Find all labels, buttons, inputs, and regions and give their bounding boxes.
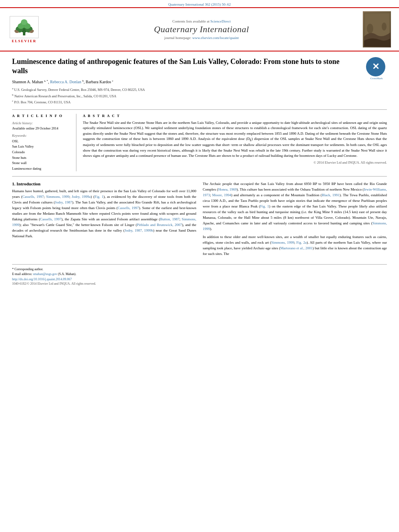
cover-image: [364, 12, 390, 47]
intro-para-3: In addition to these older and more well…: [203, 234, 387, 257]
keywords-section: Keywords: OSL San Luis Valley Colorado S…: [12, 134, 71, 172]
abstract-heading: A B S T R A C T: [83, 114, 387, 118]
sciencedirect-prefix: Contents lists available at: [173, 19, 210, 23]
svg-point-14: [367, 24, 373, 33]
corresponding-author-text: * Corresponding author.: [12, 267, 43, 271]
ref-fig1-right[interactable]: Fig. 1: [260, 204, 269, 208]
doi-anchor[interactable]: http://dx.doi.org/10.1016/j.quaint.2014.…: [12, 277, 72, 281]
svg-point-7: [21, 19, 27, 25]
article-info-column: A R T I C L E I N F O Article history: A…: [12, 114, 76, 172]
section-divider: [12, 176, 387, 177]
email-link[interactable]: smahan@usgs.gov: [33, 272, 57, 276]
ref-simmons-1999d[interactable]: Simmons, 1999: [271, 240, 294, 244]
crossmark-label: CrossMark: [366, 77, 387, 80]
ref-jodry-1987b[interactable]: Jodry, 1987, 1999b: [125, 228, 153, 232]
sciencedirect-link[interactable]: ScienceDirect: [210, 19, 230, 23]
intro-para-1: Humans have hunted, gathered, built, and…: [12, 189, 196, 239]
email-note: E-mail address: smahan@usgs.gov (S.A. Ma…: [12, 272, 387, 277]
elsevier-tree-icon: [12, 17, 36, 37]
crossmark-symbol: ✕: [372, 62, 379, 72]
elsevier-logo: ELSEVIER: [8, 16, 40, 43]
intro-para-2: The Archaic people that occupied the San…: [203, 181, 387, 232]
doi-link[interactable]: http://dx.doi.org/10.1016/j.quaint.2014.…: [12, 277, 387, 281]
copyright-notice: © 2014 Elsevier Ltd and INQUA. All right…: [83, 160, 387, 164]
article-info-abstract: A R T I C L E I N F O Article history: A…: [12, 114, 387, 172]
homepage-prefix: journal homepage:: [165, 36, 191, 40]
affil-a: a U.S. Geological Survey, Denver Federal…: [12, 86, 387, 92]
abstract-column: A B S T R A C T The Snake Nest Wall site…: [83, 114, 387, 172]
affil-c: c P.O. Box 704, Crestone, CO 81131, USA: [12, 99, 387, 105]
author-barbara: Barbara Kardos c: [86, 80, 113, 84]
journal-title: Quaternary International: [44, 24, 359, 35]
issn-line: 1040-6182/© 2014 Elsevier Ltd and INQUA.…: [12, 282, 387, 286]
keyword-stonewall: Stone wall: [12, 160, 71, 166]
journal-reference: Quaternary International 362 (2015) 50–6…: [0, 0, 399, 7]
ref-pitblado-2007[interactable]: Pitblado and Brunswick, 2007: [137, 223, 182, 227]
keyword-sanluisvalley: San Luis Valley: [12, 144, 71, 150]
journal-center: Contents lists available at ScienceDirec…: [44, 19, 359, 40]
keyword-colorado: Colorado: [12, 150, 71, 155]
affiliations: a U.S. Geological Survey, Denver Federal…: [12, 86, 387, 105]
abstract-text: The Snake Nest Wall site and the Creston…: [83, 120, 387, 159]
keyword-luminescence: Luminescence dating: [12, 166, 71, 172]
homepage-link[interactable]: www.elsevier.com/locate/quaint: [192, 36, 239, 40]
ref-cassells-1997[interactable]: Cassells, 1997: [22, 195, 43, 199]
author-shannon: Shannon A. Mahan a, *,: [12, 80, 50, 84]
svg-point-9: [14, 30, 17, 32]
email-attribution: (S.A. Mahan).: [58, 272, 76, 276]
ref-cassells-1997b[interactable]: Cassells, 1997: [118, 206, 139, 210]
svg-point-15: [382, 23, 387, 31]
ref-simmons-1999c[interactable]: Simmons, 1999: [203, 221, 387, 231]
ref-button-1987[interactable]: Button, 1987: [160, 217, 179, 221]
article-title: Luminescence dating of anthropogenic fea…: [12, 57, 387, 76]
ref-martorano-2001[interactable]: Martorano et al., 2001: [280, 246, 313, 250]
body-right-column: The Archaic people that occupied the San…: [203, 181, 387, 259]
authors: Shannon A. Mahan a, *, Rebecca A. Donlan…: [12, 79, 387, 84]
keywords-label: Keywords:: [12, 134, 71, 138]
corresponding-author-note: * Corresponding author.: [12, 267, 387, 272]
article-title-section: Luminescence dating of anthropogenic fea…: [12, 57, 387, 110]
ref-honea-1969[interactable]: Honea, 1969: [218, 187, 237, 191]
journal-header: ELSEVIER Contents lists available at Sci…: [0, 7, 399, 51]
ref-cassells-1997c[interactable]: Cassells, 1997: [40, 217, 61, 221]
footnotes-section: * Corresponding author. E-mail address: …: [12, 264, 387, 286]
journal-ref-text: Quaternary International 362 (2015) 50–6…: [168, 2, 230, 6]
ref-fig1-left[interactable]: Fig. 1: [95, 195, 103, 199]
introduction-heading: 1. Introduction: [12, 181, 196, 186]
sciencedirect-line: Contents lists available at ScienceDirec…: [44, 19, 359, 23]
email-label: E-mail address:: [12, 272, 32, 276]
body-content: 1. Introduction Humans have hunted, gath…: [12, 181, 387, 259]
main-content: Luminescence dating of anthropogenic fea…: [0, 51, 399, 290]
elsevier-logo-image: [10, 16, 39, 38]
keyword-stonehuts: Stone huts: [12, 155, 71, 161]
ref-jodry-1999a[interactable]: Jodry, 1999a: [72, 195, 90, 199]
svg-point-11: [31, 30, 34, 32]
ref-moore-1994[interactable]: Moore, 1994: [212, 193, 231, 197]
journal-homepage: journal homepage: www.elsevier.com/locat…: [44, 36, 359, 40]
ref-fig2a[interactable]: Fig. 2a: [296, 240, 307, 244]
body-left-column: 1. Introduction Humans have hunted, gath…: [12, 181, 196, 259]
crossmark-circle: ✕: [366, 57, 385, 76]
ref-simmons-1999[interactable]: Simmons, 1999: [46, 195, 70, 199]
ref-jodry-1987[interactable]: Jodry, 1987: [55, 200, 72, 204]
article-history-label: Article history:: [12, 121, 71, 125]
keyword-osl: OSL: [12, 139, 71, 144]
ref-black-1991[interactable]: Black, 1991: [322, 193, 339, 197]
author-rebecca[interactable]: Rebecca A. Donlan: [50, 80, 81, 84]
elsevier-brand-text: ELSEVIER: [12, 39, 37, 43]
crossmark-badge[interactable]: ✕ CrossMark: [366, 57, 387, 78]
article-history-value: Available online 29 October 2014: [12, 126, 71, 130]
journal-cover-thumbnail: [363, 11, 391, 47]
affil-b: b Native American Research and Preservat…: [12, 93, 387, 99]
article-info-heading: A R T I C L E I N F O: [12, 114, 71, 118]
